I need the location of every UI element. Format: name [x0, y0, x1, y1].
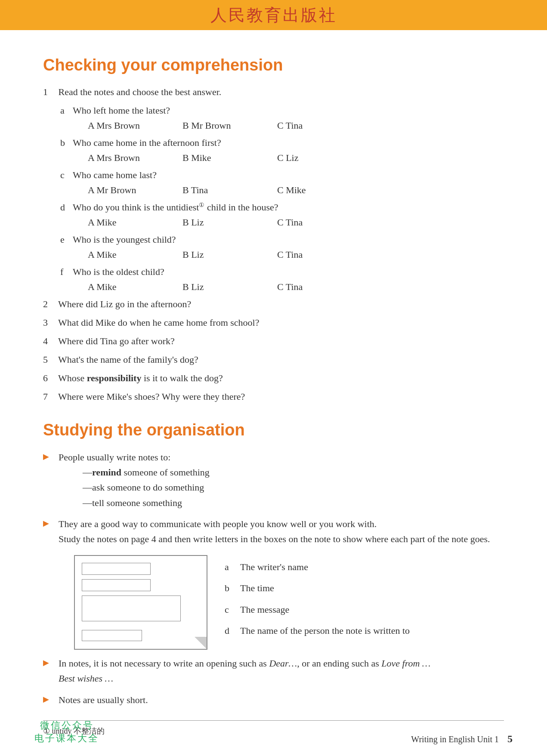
footer-page-num: 5 [507, 733, 513, 744]
sub-q-e: e Who is the youngest child? [60, 232, 504, 247]
note-box-large [82, 596, 181, 621]
answer-row-f: A Mike B Liz C Tina [88, 281, 504, 293]
note-labels: a The writer's name b The time c The mes… [225, 555, 410, 638]
note-diagram-row: a The writer's name b The time c The mes… [74, 555, 504, 650]
other-questions: 2 Where did Liz go in the afternoon? 3 W… [43, 297, 504, 404]
sub-question-list: a Who left home the latest? A Mrs Brown … [60, 103, 504, 293]
answer-row-b: A Mrs Brown B Mike C Liz [88, 152, 504, 164]
wechat-line1: 微信公众号 [34, 719, 99, 732]
sub-q-a: a Who left home the latest? [60, 103, 504, 117]
answer-row-d: A Mike B Liz C Tina [88, 217, 504, 228]
q3: 3 What did Mike do when he came home fro… [43, 315, 504, 330]
section2-heading: Studying the organisation [43, 421, 504, 439]
label-a: a The writer's name [225, 559, 410, 574]
q5: 5 What's the name of the family's dog? [43, 352, 504, 367]
dash2: —ask someone to do something [59, 480, 504, 495]
header-bar: 人民教育出版社 [0, 0, 547, 30]
label-c: c The message [225, 602, 410, 617]
answer-row-c: A Mr Brown B Tina C Mike [88, 185, 504, 196]
q1-intro: 1 Read the notes and choose the best ans… [43, 85, 504, 99]
main-content: Checking your comprehension 1 Read the n… [0, 30, 547, 756]
note-box-bottom [82, 630, 142, 641]
bullet4: Notes are usually short. [43, 692, 504, 707]
note-box-1 [82, 563, 151, 575]
q4: 4 Where did Tina go after work? [43, 334, 504, 348]
header-title: 人民教育出版社 [210, 4, 337, 26]
label-b: b The time [225, 580, 410, 596]
answer-row-e: A Mike B Liz C Tina [88, 249, 504, 260]
answer-row-a: A Mrs Brown B Mr Brown C Tina [88, 120, 504, 131]
bullet3: In notes, it is not necessary to write a… [43, 656, 504, 686]
section2: Studying the organisation People usually… [43, 421, 504, 707]
note-corner [195, 637, 207, 649]
dash1: —remind someone of something [59, 465, 504, 480]
note-diagram [74, 555, 207, 650]
sub-q-c: c Who came home last? [60, 168, 504, 182]
q7: 7 Where were Mike's shoes? Why were they… [43, 389, 504, 404]
footer-book-title: Writing in English Unit 1 [411, 734, 499, 744]
footer-right: Writing in English Unit 1 5 [411, 733, 513, 745]
dash3: —tell someone something [59, 495, 504, 510]
sub-q-d: d Who do you think is the untidiest① chi… [60, 200, 504, 214]
label-d: d The name of the person the note is wri… [225, 623, 410, 638]
sub-q-b: b Who came home in the afternoon first? [60, 136, 504, 150]
footer: 微信公众号 电子课本大全 Writing in English Unit 1 5 [0, 719, 547, 745]
section1-heading: Checking your comprehension [43, 56, 504, 74]
wechat-line2: 电子课本大全 [34, 732, 99, 745]
q2: 2 Where did Liz go in the afternoon? [43, 297, 504, 311]
bullet2: They are a good way to communicate with … [43, 516, 504, 650]
footer-wechat: 微信公众号 电子课本大全 [34, 719, 99, 745]
bullet1: People usually write notes to: —remind s… [43, 450, 504, 510]
q6: 6 Whose responsibility is it to walk the… [43, 371, 504, 385]
bullet-list: People usually write notes to: —remind s… [43, 450, 504, 707]
sub-q-f: f Who is the oldest child? [60, 265, 504, 279]
note-box-2 [82, 579, 151, 591]
